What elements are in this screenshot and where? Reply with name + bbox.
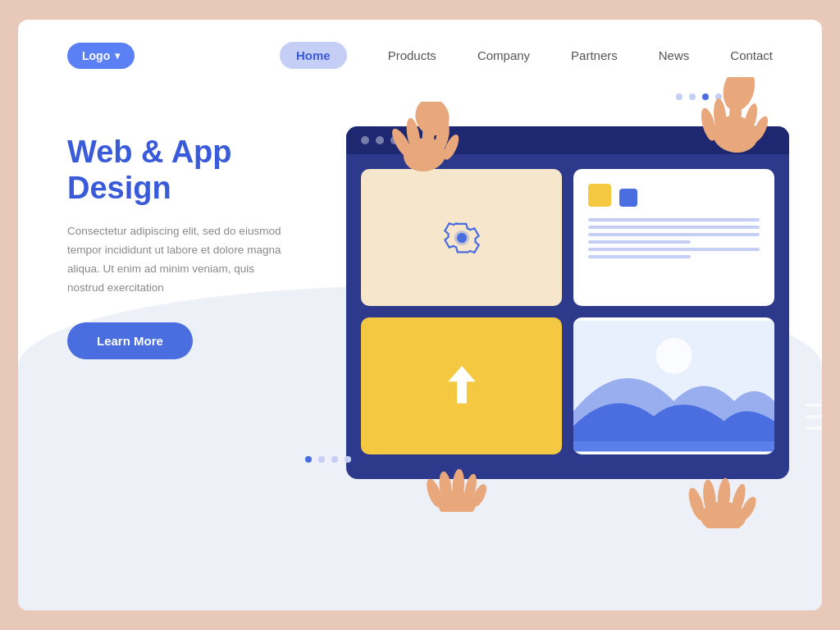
dot-b-3	[331, 456, 338, 463]
nav-link-contact[interactable]: Contact	[730, 48, 773, 62]
doc-box-blue	[619, 189, 637, 207]
nav-link-home[interactable]: Home	[280, 42, 347, 69]
doc-line-3	[588, 233, 760, 236]
nav-link-partners[interactable]: Partners	[571, 48, 618, 62]
doc-boxes	[588, 184, 760, 207]
card-document	[573, 169, 774, 306]
browser-mockup	[346, 126, 789, 479]
nav-item-news[interactable]: News	[659, 48, 690, 63]
doc-box-yellow	[588, 184, 611, 207]
hero-description: Consectetur adipiscing elit, sed do eius…	[67, 222, 289, 298]
doc-line-4	[588, 240, 691, 244]
nav-item-home[interactable]: Home	[280, 48, 347, 63]
logo[interactable]: Logo	[67, 43, 135, 69]
main-content: Web & App Design Consectetur adipiscing …	[18, 69, 822, 528]
sidebar-lines-bottom	[806, 404, 822, 430]
s-line-4	[806, 404, 822, 407]
hand-bottom-left-icon	[412, 422, 502, 512]
dot-b-2	[318, 456, 325, 463]
sidebar-lines-top	[806, 176, 822, 202]
hand-bottom-right-icon	[666, 422, 773, 528]
nav-item-partners[interactable]: Partners	[571, 48, 618, 63]
doc-line-1	[588, 218, 760, 221]
s-line-5	[806, 415, 822, 418]
dot-b-1	[305, 456, 312, 463]
nav-item-contact[interactable]: Contact	[730, 48, 773, 63]
nav-item-company[interactable]: Company	[477, 48, 530, 63]
hand-top-right-icon	[674, 77, 781, 184]
svg-point-1	[655, 338, 692, 374]
s-line-1	[806, 176, 822, 179]
nav-links: Home Products Company Partners News Cont…	[280, 48, 773, 63]
nav-item-products[interactable]: Products	[388, 48, 436, 63]
nav-link-products[interactable]: Products	[388, 48, 436, 62]
dots-bottom	[305, 456, 351, 463]
gear-icon	[437, 213, 486, 262]
learn-more-button[interactable]: Learn More	[67, 322, 193, 359]
s-line-3	[806, 199, 822, 202]
hero-title: Web & App Design	[67, 135, 313, 206]
doc-line-5	[588, 248, 760, 251]
s-line-6	[806, 427, 822, 430]
hero-section: Web & App Design Consectetur adipiscing …	[67, 102, 313, 359]
page-container: Logo Home Products Company Partners News…	[18, 20, 822, 610]
illustration-area	[330, 102, 773, 528]
doc-line-6	[588, 255, 691, 258]
nav-link-company[interactable]: Company	[477, 48, 530, 62]
browser-dot-1	[361, 136, 369, 144]
browser-dot-2	[376, 136, 384, 144]
doc-line-2	[588, 226, 760, 229]
dot-b-4	[345, 456, 351, 463]
upload-arrow-icon	[441, 362, 482, 411]
doc-lines	[588, 218, 760, 258]
s-line-2	[806, 187, 822, 190]
hand-top-left-icon	[387, 102, 477, 200]
nav-link-news[interactable]: News	[659, 48, 690, 62]
navigation: Logo Home Products Company Partners News…	[18, 20, 822, 69]
